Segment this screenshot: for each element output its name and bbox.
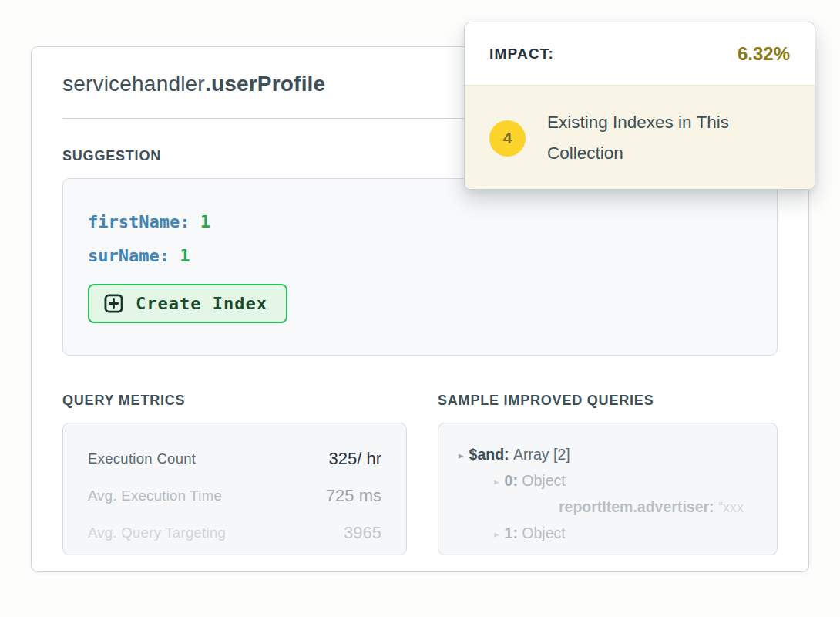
impact-label: IMPACT: (489, 46, 554, 62)
tree-value: Object (522, 472, 565, 489)
query-metrics-heading: QUERY METRICS (62, 393, 407, 409)
metric-label: Avg. Execution Time (88, 487, 222, 504)
metric-row: Execution Count 325/ hr (88, 440, 381, 477)
expand-caret-icon[interactable]: ▸ (459, 443, 464, 468)
tree-value: Array [2] (513, 446, 570, 463)
suggested-index-field: firstName: 1 (88, 205, 752, 239)
suggestion-panel: firstName: 1 surName: 1 Create Index (62, 178, 778, 356)
tree-key: 0: (505, 472, 522, 489)
collection-name: .userProfile (205, 72, 325, 96)
impact-body: 4 Existing Indexes in This Collection (465, 85, 815, 190)
metric-label: Avg. Query Targeting (88, 524, 226, 541)
query-metrics-column: QUERY METRICS Execution Count 325/ hr Av… (62, 393, 407, 555)
create-index-label: Create Index (136, 294, 267, 313)
query-tree-row[interactable]: ▸1: Object (494, 521, 757, 547)
sample-queries-heading: SAMPLE IMPROVED QUERIES (438, 393, 778, 409)
query-tree-row: reportItem.advertiser: “xxx (559, 494, 757, 521)
index-field-name: firstName: (88, 212, 200, 231)
tree-key: $and: (469, 446, 513, 463)
metric-value: 725 ms (326, 486, 381, 506)
query-tree-row[interactable]: ▸$and: Array [2] (459, 442, 757, 468)
sample-queries-box: ▸$and: Array [2] ▸0: Object reportItem.a… (438, 423, 778, 555)
impact-value: 6.32% (738, 43, 790, 65)
index-field-name: surName: (88, 246, 180, 265)
query-tree-row[interactable]: ▸0: Object (494, 468, 757, 494)
metric-value: 3965 (344, 523, 381, 543)
metric-label: Execution Count (88, 450, 196, 467)
index-field-value: 1 (200, 212, 210, 231)
namespace-name: servicehandler (62, 72, 205, 96)
metric-row: Avg. Execution Time 725 ms (88, 477, 381, 514)
existing-indexes-text: Existing Indexes in This Collection (547, 107, 778, 169)
query-metrics-box: Execution Count 325/ hr Avg. Execution T… (62, 423, 407, 555)
metric-row: Avg. Query Targeting 3965 (88, 514, 381, 551)
details-section: QUERY METRICS Execution Count 325/ hr Av… (62, 393, 778, 555)
existing-indexes-count-badge: 4 (489, 120, 526, 157)
plus-square-icon (103, 293, 124, 314)
metric-value: 325/ hr (329, 449, 382, 469)
sample-queries-column: SAMPLE IMPROVED QUERIES ▸$and: Array [2]… (438, 393, 778, 555)
impact-header: IMPACT: 6.32% (465, 22, 815, 85)
impact-popup: IMPACT: 6.32% 4 Existing Indexes in This… (464, 22, 815, 190)
suggested-index-field: surName: 1 (88, 239, 752, 273)
expand-caret-icon[interactable]: ▸ (494, 469, 499, 494)
tree-key: 1: (505, 524, 522, 541)
tree-key: reportItem.advertiser: (559, 498, 718, 515)
tree-value: Object (522, 524, 565, 541)
tree-string-value: “xxx (718, 500, 744, 515)
expand-caret-icon[interactable]: ▸ (494, 521, 499, 547)
index-field-value: 1 (180, 246, 190, 265)
create-index-button[interactable]: Create Index (88, 284, 287, 323)
